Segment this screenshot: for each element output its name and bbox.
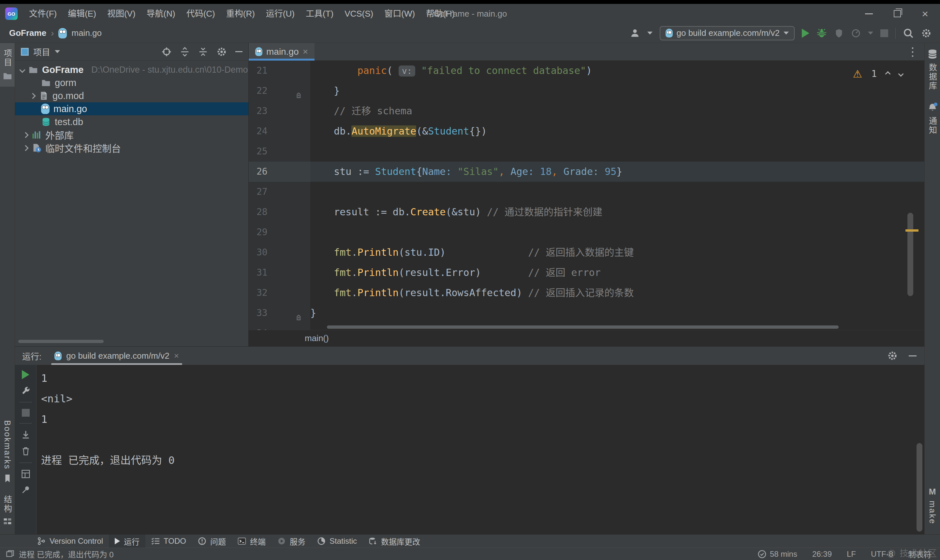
toolwindow-问题[interactable]: 问题: [192, 535, 232, 548]
tool-window-button-make[interactable]: Mmake: [925, 481, 940, 530]
vertical-scrollbar[interactable]: [917, 443, 922, 532]
menu-item[interactable]: 工具(T): [300, 4, 339, 23]
menu-item[interactable]: 编辑(E): [62, 4, 102, 23]
tool-window-button-数据库[interactable]: 数据库: [925, 43, 940, 97]
tree-item-[interactable]: 临时文件和控制台: [15, 142, 248, 154]
profiler-button[interactable]: [851, 28, 861, 38]
search-icon[interactable]: [903, 28, 914, 39]
code-line-30[interactable]: 30 fmt.Println(stu.ID) // 返回插入数据的主键: [249, 242, 925, 263]
toolwindow-数据库更改[interactable]: 数据库更改: [363, 535, 426, 548]
console-output[interactable]: 1<nil>1进程 已完成，退出代码为 0: [37, 365, 925, 534]
tree-item-gorm[interactable]: gorm: [15, 76, 248, 89]
toolwindow-Version Control[interactable]: Version Control: [31, 535, 109, 548]
project-panel-title[interactable]: 项目: [33, 46, 50, 58]
horizontal-scrollbar[interactable]: [18, 340, 104, 343]
run-tab[interactable]: go build example.com/m/v2 ×: [51, 347, 182, 365]
chevron-right-icon[interactable]: [23, 145, 28, 151]
expand-all-icon[interactable]: [180, 47, 190, 57]
breadcrumb-function[interactable]: main(): [305, 333, 329, 343]
toolwindow-Statistic[interactable]: Statistic: [311, 535, 363, 548]
code-line-24[interactable]: 24 db.AutoMigrate(&Student{}): [249, 121, 925, 142]
tool-window-button-Bookmarks[interactable]: Bookmarks: [0, 414, 15, 489]
menu-item[interactable]: 视图(V): [102, 4, 141, 23]
tree-item-go.mod[interactable]: go.mod: [15, 89, 248, 102]
code-line-28[interactable]: 28 result := db.Create(&stu) // 通过数据的指针来…: [249, 202, 925, 222]
menu-item[interactable]: 导航(N): [141, 4, 181, 23]
tab-main-go[interactable]: main.go ×: [249, 43, 314, 61]
minimize-icon[interactable]: [865, 13, 873, 14]
status-widget-UTF-8[interactable]: UTF-8: [871, 549, 893, 559]
settings-gear-icon[interactable]: [921, 28, 932, 38]
tree-item-[interactable]: 外部库: [15, 128, 248, 142]
maximize-icon[interactable]: [894, 10, 901, 17]
hide-panel-icon[interactable]: [235, 51, 242, 52]
tree-row-root[interactable]: GoFrameD:\OneDrive - stu.xjtu.edu.cn\010…: [15, 63, 248, 76]
breadcrumb-project[interactable]: GoFrame: [9, 28, 46, 38]
close-icon[interactable]: ×: [922, 10, 928, 18]
tree-item-main.go[interactable]: main.go: [15, 102, 248, 115]
hide-panel-icon[interactable]: [909, 355, 917, 356]
next-problem-icon[interactable]: [898, 71, 904, 77]
wrench-button[interactable]: [21, 386, 31, 395]
warning-stripe-mark[interactable]: [905, 229, 918, 232]
close-tab-icon[interactable]: ×: [303, 46, 308, 57]
menu-item[interactable]: VCS(S): [339, 4, 379, 23]
run-configuration-select[interactable]: go build example.com/m/v2: [660, 26, 795, 40]
editor-options-kebab-icon[interactable]: ⋮: [907, 47, 918, 57]
stop-button[interactable]: [22, 409, 30, 417]
breadcrumb-file[interactable]: main.go: [71, 28, 102, 38]
code-editor[interactable]: 21 panic( v: "failed to connect database…: [249, 61, 925, 330]
close-tab-icon[interactable]: ×: [174, 351, 179, 361]
code-line-32[interactable]: 32 fmt.Println(result.RowsAffected) // 返…: [249, 283, 925, 303]
code-line-27[interactable]: 27: [249, 182, 925, 202]
horizontal-scrollbar[interactable]: [327, 325, 838, 329]
menu-item[interactable]: 文件(F): [23, 4, 62, 23]
code-line-31[interactable]: 31 fmt.Println(result.Error) // 返回 error: [249, 263, 925, 283]
chevron-right-icon[interactable]: [23, 132, 28, 138]
status-widget-26:39[interactable]: 26:39: [812, 549, 832, 559]
code-line-23[interactable]: 23 // 迁移 schema: [249, 101, 925, 121]
scroll-end-button[interactable]: [21, 430, 31, 440]
menu-item[interactable]: 重构(R): [221, 4, 260, 23]
code-line-33[interactable]: 33}: [249, 303, 925, 323]
code-line-26[interactable]: 26 stu := Student{Name: "Silas", Age: 18…: [249, 162, 925, 182]
tree-item-test.db[interactable]: test.db: [15, 115, 248, 128]
toolwindow-TODO[interactable]: TODO: [145, 535, 192, 548]
layout-button[interactable]: [21, 469, 30, 478]
pin-button[interactable]: [21, 485, 30, 494]
user-icon[interactable]: [630, 28, 640, 38]
status-widget-58 mins[interactable]: 58 mins: [758, 549, 797, 559]
rerun-button[interactable]: [22, 370, 29, 379]
status-widget-LF[interactable]: LF: [847, 549, 856, 559]
toolwindow-运行[interactable]: 运行: [109, 535, 145, 548]
tool-window-button-结构[interactable]: 结构: [0, 489, 15, 532]
tool-window-button-项目[interactable]: 项目: [0, 43, 15, 87]
options-gear-icon[interactable]: [216, 46, 227, 57]
coverage-button[interactable]: [834, 28, 844, 38]
chevron-right-icon[interactable]: [30, 93, 35, 99]
menu-item[interactable]: 窗口(W): [379, 4, 421, 23]
code-line-22[interactable]: 22 }: [249, 81, 925, 101]
run-button[interactable]: [802, 29, 809, 38]
toolwindow-终端[interactable]: 终端: [232, 535, 271, 548]
vertical-scrollbar[interactable]: [908, 213, 913, 296]
code-line-21[interactable]: 21 panic( v: "failed to connect database…: [249, 61, 925, 81]
menu-item[interactable]: 运行(U): [260, 4, 300, 23]
code-line-25[interactable]: 25: [249, 142, 925, 162]
code-line-29[interactable]: 29: [249, 222, 925, 242]
chevron-down-icon[interactable]: [55, 50, 60, 53]
menu-item[interactable]: 代码(C): [181, 4, 221, 23]
toolwindow-服务[interactable]: 服务: [271, 535, 311, 548]
select-opened-file-icon[interactable]: [162, 47, 171, 57]
tool-window-button-通知[interactable]: 通知: [925, 97, 940, 141]
status-widget-制表符[interactable]: 制表符: [908, 548, 932, 560]
trash-button[interactable]: [21, 446, 31, 456]
inspection-widget[interactable]: ⚠ 1: [853, 64, 903, 84]
previous-problem-icon[interactable]: [885, 71, 891, 77]
chevron-down-icon[interactable]: [19, 67, 25, 73]
stop-button[interactable]: [880, 29, 888, 37]
collapse-all-icon[interactable]: [198, 47, 208, 57]
settings-gear-icon[interactable]: [887, 351, 898, 361]
debug-button[interactable]: [817, 28, 827, 38]
folder-icon: [3, 71, 12, 81]
